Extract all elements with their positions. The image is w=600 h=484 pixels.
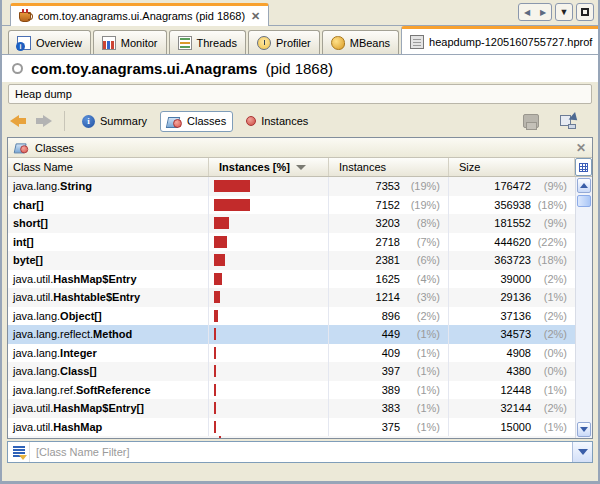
instances-bar (214, 347, 216, 359)
column-header-instances-pct[interactable]: Instances [%] (209, 158, 329, 176)
heapwalker-toolbar: i Summary Classes Instances (8, 106, 592, 136)
threads-icon (178, 36, 192, 50)
maximize-icon (581, 8, 589, 16)
instances-bar (214, 384, 216, 396)
view-tabbar: Overview Monitor Threads Profiler MBeans (2, 27, 598, 55)
summary-view-button[interactable]: i Summary (75, 111, 154, 132)
forward-button[interactable] (34, 113, 54, 129)
forward-arrow-icon (43, 115, 52, 127)
instances-bar (214, 328, 216, 340)
table-row[interactable]: java.lang.String 7353(19%) 176472(9%) (8, 177, 575, 196)
scrollbar-thumb[interactable] (577, 195, 591, 207)
filter-options-button[interactable] (8, 442, 30, 462)
heapdump-icon (410, 35, 424, 49)
classes-panel-title: Classes (35, 142, 74, 154)
instances-bar (214, 199, 250, 211)
column-header-class-name[interactable]: Class Name (8, 158, 209, 176)
tab-anagrams-application[interactable]: com.toy.anagrams.ui.Anagrams (pid 1868) … (10, 3, 269, 26)
table-row[interactable]: char[] 7152(19%) 356938(18%) (8, 196, 575, 215)
scroll-tabs-right-button[interactable]: ▶ (535, 4, 551, 20)
instances-view-button[interactable]: Instances (239, 111, 315, 131)
document-tabbar: com.toy.anagrams.ui.Anagrams (pid 1868) … (2, 0, 598, 26)
snapshot-button-disabled[interactable] (522, 113, 540, 129)
classes-panel-header: Classes ✕ (8, 138, 592, 158)
maximize-button[interactable] (576, 3, 594, 21)
application-status-icon (12, 63, 23, 74)
table-row[interactable]: java.lang.reflect.Method 449(1%) 34573(2… (8, 325, 575, 344)
tab-overview[interactable]: Overview (8, 30, 91, 54)
column-header-instances[interactable]: Instances (329, 158, 449, 176)
application-tab-label: com.toy.anagrams.ui.Anagrams (pid 1868) (38, 10, 245, 22)
instances-bar (214, 236, 227, 248)
column-picker-button[interactable] (575, 158, 592, 176)
instances-bar (214, 365, 216, 377)
table-row-partial[interactable] (8, 436, 575, 438)
table-row[interactable]: java.util.Hashtable$Entry 1214(3%) 29136… (8, 288, 575, 307)
mbeans-icon (331, 36, 345, 50)
table-row[interactable]: java.lang.Object[] 896(2%) 37136(2%) (8, 307, 575, 326)
instances-bar (214, 180, 250, 192)
tab-profiler[interactable]: Profiler (248, 30, 320, 54)
scroll-up-icon (580, 183, 588, 188)
scroll-down-icon (580, 427, 588, 432)
scroll-up-button[interactable] (577, 178, 591, 193)
heap-dump-label: Heap dump (15, 88, 72, 100)
table-row[interactable]: java.lang.Integer 409(1%) 4908(0%) (8, 344, 575, 363)
tab-scroll-controls: ◀ ▶ ▼ (518, 3, 594, 21)
page-title: com.toy.anagrams.ui.Anagrams (31, 60, 257, 77)
tab-heapdump[interactable]: heapdump-1205160755727.hprof ✕ (401, 26, 600, 54)
instances-bar (214, 310, 218, 322)
instances-bar (214, 291, 220, 303)
class-name-filter-input[interactable] (30, 442, 572, 462)
heap-dump-section-header[interactable]: Heap dump (8, 84, 592, 104)
info-icon: i (82, 115, 95, 128)
table-row[interactable]: byte[] 2381(6%) 363723(18%) (8, 251, 575, 270)
close-panel-icon[interactable]: ✕ (576, 141, 586, 155)
table-row[interactable]: java.util.HashMap 375(1%) 15000(1%) (8, 418, 575, 437)
close-icon[interactable]: ✕ (250, 10, 261, 23)
heapwalker-content: com.toy.anagrams.ui.Anagrams (pid 1868) … (2, 55, 598, 481)
column-header-size[interactable]: Size (449, 158, 575, 176)
back-button[interactable] (8, 113, 28, 129)
summary-label: Summary (100, 115, 147, 127)
table-row[interactable]: short[] 3203(8%) 181552(9%) (8, 214, 575, 233)
export-button[interactable] (560, 113, 578, 129)
sort-descending-icon (296, 165, 306, 170)
classes-label: Classes (187, 115, 226, 127)
tab-mbeans[interactable]: MBeans (322, 30, 399, 54)
class-name-filter-bar (7, 441, 593, 463)
page-title-pid: (pid 1868) (265, 60, 333, 77)
profiler-icon (257, 36, 271, 50)
tab-list-dropdown-button[interactable]: ▼ (555, 3, 573, 21)
classes-icon (167, 115, 182, 128)
visualvm-window: com.toy.anagrams.ui.Anagrams (pid 1868) … (0, 0, 600, 484)
scroll-down-button[interactable] (577, 422, 591, 437)
filter-dropdown-button[interactable] (572, 442, 592, 462)
instances-bar (214, 254, 225, 266)
overview-icon (17, 36, 31, 50)
instances-label: Instances (261, 115, 308, 127)
vertical-scrollbar[interactable] (575, 177, 592, 438)
instances-bar (214, 273, 222, 285)
table-row[interactable]: java.lang.ref.SoftReference 389(1%) 1244… (8, 381, 575, 400)
table-header: Class Name Instances [%] Instances Size (8, 158, 592, 177)
java-cup-icon (18, 9, 33, 23)
table-grid-icon (579, 163, 588, 172)
classes-panel: Classes ✕ Class Name Instances [%] Insta… (7, 137, 593, 439)
table-row[interactable]: int[] 2718(7%) 444620(22%) (8, 233, 575, 252)
table-row[interactable]: java.lang.Class[] 397(1%) 4380(0%) (8, 362, 575, 381)
classes-view-button[interactable]: Classes (160, 111, 233, 132)
instances-bar (214, 402, 216, 414)
page-heading: com.toy.anagrams.ui.Anagrams (pid 1868) (2, 55, 598, 82)
chevron-down-icon (578, 449, 588, 455)
toolbar-separator (64, 111, 65, 131)
monitor-icon (102, 36, 116, 50)
scroll-tabs-left-button[interactable]: ◀ (519, 4, 535, 20)
snapshot-icon (523, 114, 539, 128)
back-arrow-icon (10, 115, 19, 127)
tab-threads[interactable]: Threads (169, 30, 246, 54)
table-row[interactable]: java.util.HashMap$Entry[] 383(1%) 32144(… (8, 399, 575, 418)
tab-monitor[interactable]: Monitor (93, 30, 167, 54)
instances-bar (214, 217, 229, 229)
table-row[interactable]: java.util.HashMap$Entry 1625(4%) 39000(2… (8, 270, 575, 289)
